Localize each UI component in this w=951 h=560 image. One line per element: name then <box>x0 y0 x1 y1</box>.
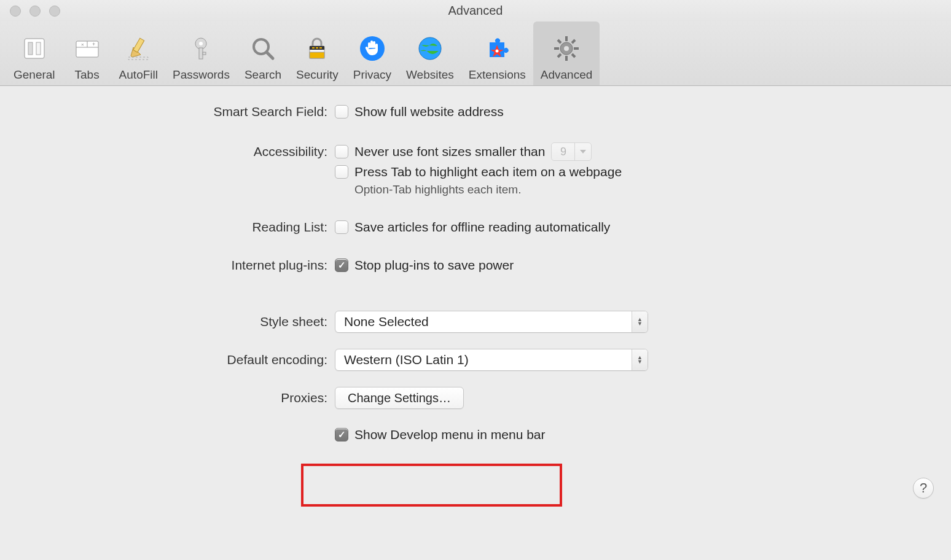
tab-label: Tabs <box>75 68 100 82</box>
svg-rect-13 <box>199 48 203 59</box>
svg-line-37 <box>572 40 575 43</box>
checkbox-show-develop[interactable] <box>335 428 348 441</box>
svg-rect-14 <box>203 52 206 55</box>
default-encoding-value: Western (ISO Latin 1) <box>344 352 469 367</box>
svg-rect-2 <box>36 42 41 55</box>
label-plugins: Internet plug-ins: <box>25 258 335 273</box>
option-stop-plugins: Stop plug-ins to save power <box>354 258 514 273</box>
svg-rect-9 <box>133 38 144 52</box>
checkbox-show-full-address[interactable] <box>335 105 348 119</box>
svg-rect-22 <box>316 47 318 49</box>
tab-privacy[interactable]: Privacy <box>346 21 399 85</box>
font-size-value: 9 <box>552 143 575 160</box>
checkbox-press-tab[interactable] <box>335 165 348 179</box>
checkbox-never-font-smaller[interactable] <box>335 145 348 158</box>
preferences-toolbar: General × + Tabs AutoFill <box>0 21 951 86</box>
key-icon <box>186 34 216 63</box>
pencil-icon <box>123 34 153 63</box>
svg-text:+: + <box>92 41 95 47</box>
titlebar: Advanced <box>0 0 951 21</box>
option-show-develop: Show Develop menu in menu bar <box>354 427 546 442</box>
tab-label: Advanced <box>541 68 593 82</box>
change-settings-button[interactable]: Change Settings… <box>335 387 464 409</box>
svg-line-35 <box>572 54 575 57</box>
window-close-button[interactable] <box>10 6 21 17</box>
tab-autofill[interactable]: AutoFill <box>112 21 165 85</box>
note-option-tab: Option-Tab highlights each item. <box>354 183 521 196</box>
style-sheet-value: None Selected <box>344 314 429 329</box>
label-reading-list: Reading List: <box>25 220 335 235</box>
tab-label: AutoFill <box>119 68 158 82</box>
tab-general[interactable]: General <box>6 21 63 85</box>
tab-label: Extensions <box>469 68 526 82</box>
tab-websites[interactable]: Websites <box>399 21 461 85</box>
svg-rect-21 <box>312 47 315 49</box>
label-smart-search: Smart Search Field: <box>25 104 335 119</box>
tabs-icon: × + <box>72 34 102 63</box>
lock-icon <box>302 34 332 63</box>
svg-line-16 <box>267 52 273 58</box>
svg-text:×: × <box>81 42 84 47</box>
window-title: Advanced <box>0 4 951 18</box>
updown-icon: ▲▼ <box>632 311 648 332</box>
tab-tabs[interactable]: × + Tabs <box>63 21 112 85</box>
switch-icon <box>20 34 49 63</box>
updown-icon: ▲▼ <box>632 349 648 370</box>
svg-rect-1 <box>28 42 33 55</box>
magnifier-icon <box>248 34 278 63</box>
svg-point-28 <box>496 50 499 53</box>
svg-point-24 <box>360 36 385 61</box>
svg-rect-10 <box>128 57 148 60</box>
option-save-offline: Save articles for offline reading automa… <box>354 220 610 235</box>
svg-line-34 <box>558 40 561 43</box>
option-never-font-smaller: Never use font sizes smaller than <box>354 144 545 159</box>
svg-line-36 <box>558 54 561 57</box>
svg-rect-23 <box>319 47 322 49</box>
help-button[interactable]: ? <box>913 478 934 499</box>
globe-icon <box>415 34 445 63</box>
svg-point-12 <box>199 42 203 45</box>
checkbox-save-offline[interactable] <box>335 220 348 234</box>
svg-marker-39 <box>580 150 586 154</box>
tab-label: Security <box>296 68 339 82</box>
tab-extensions[interactable]: Extensions <box>461 21 533 85</box>
tab-security[interactable]: Security <box>289 21 346 85</box>
option-show-full-address: Show full website address <box>354 104 504 119</box>
option-press-tab: Press Tab to highlight each item on a we… <box>354 165 622 179</box>
tab-passwords[interactable]: Passwords <box>165 21 237 85</box>
annotation-highlight <box>301 464 562 507</box>
tab-search[interactable]: Search <box>237 21 289 85</box>
tab-label: Websites <box>406 68 454 82</box>
chevron-down-icon <box>575 143 591 160</box>
puzzle-icon <box>482 34 512 63</box>
tab-label: Passwords <box>173 68 230 82</box>
tab-label: Privacy <box>353 68 391 82</box>
help-icon: ? <box>920 480 927 496</box>
svg-rect-18 <box>310 52 324 58</box>
select-default-encoding[interactable]: Western (ISO Latin 1) ▲▼ <box>335 349 648 371</box>
tab-label: Search <box>245 68 281 82</box>
tab-label: General <box>14 68 55 82</box>
gear-icon <box>552 34 581 63</box>
label-accessibility: Accessibility: <box>25 144 335 159</box>
svg-rect-0 <box>25 39 44 58</box>
font-size-stepper[interactable]: 9 <box>551 142 592 161</box>
checkbox-stop-plugins[interactable] <box>335 259 348 272</box>
svg-point-38 <box>564 46 569 51</box>
label-proxies: Proxies: <box>25 391 335 405</box>
advanced-pane: Smart Search Field: Show full website ad… <box>0 86 951 464</box>
label-style-sheet: Style sheet: <box>25 314 335 329</box>
change-settings-label: Change Settings… <box>348 391 451 405</box>
window-zoom-button[interactable] <box>49 6 60 17</box>
select-style-sheet[interactable]: None Selected ▲▼ <box>335 311 648 333</box>
tab-advanced[interactable]: Advanced <box>533 21 600 85</box>
window-minimize-button[interactable] <box>29 6 41 17</box>
traffic-lights <box>0 6 60 17</box>
label-default-encoding: Default encoding: <box>25 352 335 367</box>
hand-icon <box>358 34 387 63</box>
